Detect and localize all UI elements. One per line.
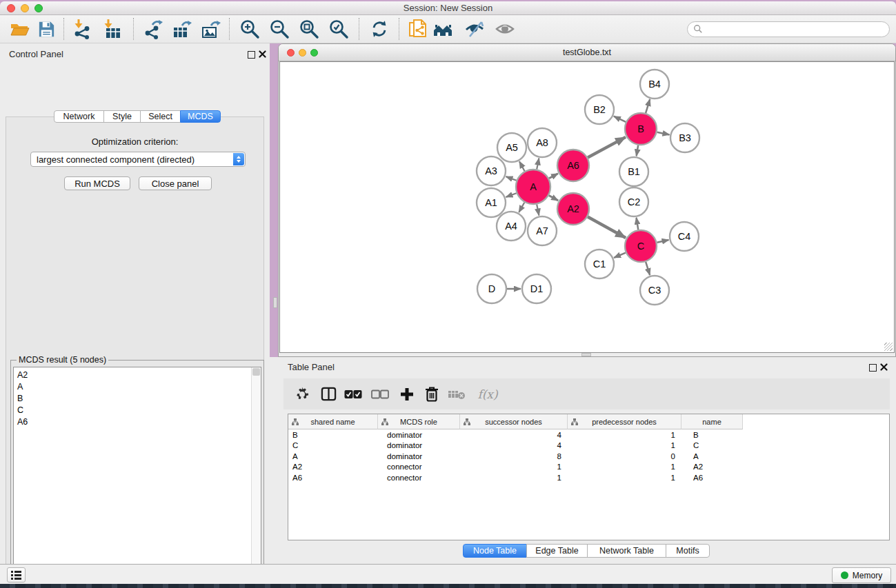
edge-A-A6[interactable] <box>549 174 558 179</box>
attribute-icon <box>381 418 388 425</box>
edge-A-A2[interactable] <box>549 196 558 201</box>
edge-A2-C[interactable] <box>588 217 626 238</box>
export-network-icon[interactable] <box>141 17 164 41</box>
resize-grip-icon[interactable] <box>884 343 893 351</box>
memory-label: Memory <box>853 571 882 580</box>
close-panel-icon[interactable] <box>259 50 266 58</box>
edge-B-B3[interactable] <box>657 132 670 135</box>
node-label: C <box>637 241 644 252</box>
export-image-icon[interactable] <box>199 17 222 41</box>
table-cell: A6 <box>681 474 743 482</box>
table-cell: dominator <box>378 441 460 449</box>
edge-A-A5[interactable] <box>519 161 525 171</box>
scrollbar-thumb[interactable] <box>252 368 260 376</box>
edge-C-C3[interactable] <box>646 262 650 275</box>
run-mcds-button[interactable]: Run MCDS <box>64 176 130 190</box>
table-row[interactable]: Cdominator41C <box>288 440 889 452</box>
settings-gear-icon[interactable] <box>290 383 314 406</box>
node-label: A <box>530 181 537 192</box>
first-neighbors-icon[interactable] <box>431 17 455 41</box>
dropdown-stepper-icon[interactable] <box>233 153 244 165</box>
tab-node-table[interactable]: Node Table <box>463 544 527 558</box>
hide-selected-icon[interactable] <box>463 17 486 41</box>
open-session-icon[interactable] <box>8 17 32 41</box>
edge-B-B1[interactable] <box>637 145 639 156</box>
node-label: A7 <box>536 225 548 236</box>
column-header-predecessor-nodes[interactable]: predecessor nodes <box>568 414 681 429</box>
close-table-panel-icon[interactable] <box>880 363 888 371</box>
new-network-from-selection-icon[interactable] <box>406 17 430 41</box>
table-row[interactable]: Adominator80A <box>288 451 889 462</box>
column-header-name[interactable]: name <box>681 414 743 429</box>
edge-C-C4[interactable] <box>657 240 668 243</box>
add-column-icon[interactable] <box>395 383 419 406</box>
edge-B-B4[interactable] <box>646 99 650 113</box>
edge-B-B2[interactable] <box>614 116 626 122</box>
toggle-column-panel-icon[interactable] <box>317 383 340 406</box>
delete-column-trash-icon[interactable] <box>420 383 444 406</box>
split-divider-handle[interactable] <box>273 297 277 308</box>
export-table-icon[interactable] <box>170 17 193 41</box>
float-table-panel-icon[interactable] <box>869 364 877 372</box>
zoom-out-icon[interactable] <box>268 17 291 41</box>
refresh-layout-icon[interactable] <box>368 17 391 41</box>
edge-A-A8[interactable] <box>537 159 539 170</box>
zoom-in-icon[interactable] <box>238 17 261 41</box>
delete-table-icon[interactable] <box>445 383 468 406</box>
task-history-button[interactable] <box>7 567 26 582</box>
tab-mcds[interactable]: MCDS <box>180 110 221 123</box>
list-item[interactable]: A6 <box>14 416 261 428</box>
memory-button[interactable]: Memory <box>832 567 891 583</box>
tab-style[interactable]: Style <box>103 110 141 123</box>
tab-edge-table[interactable]: Edge Table <box>526 544 588 558</box>
zoom-fit-icon[interactable] <box>297 17 321 41</box>
edge-A-A1[interactable] <box>506 193 517 197</box>
table-row[interactable]: Bdominator41B <box>288 429 889 440</box>
zoom-selected-icon[interactable] <box>327 17 350 41</box>
tab-motifs[interactable]: Motifs <box>666 544 710 558</box>
list-item[interactable]: A <box>14 381 261 393</box>
memory-status-icon <box>841 571 848 579</box>
mcds-result-list[interactable]: A2ABCA6 <box>13 367 261 588</box>
mcds-result-items: A2ABCA6 <box>14 367 261 428</box>
split-divider-handle[interactable] <box>581 353 591 356</box>
tab-network-table[interactable]: Network Table <box>587 544 666 558</box>
tab-select[interactable]: Select <box>140 110 181 123</box>
node-table[interactable]: shared name MCDS role successor nodes pr… <box>288 414 890 540</box>
column-header-successor-nodes[interactable]: successor nodes <box>460 414 568 429</box>
main-toolbar <box>0 15 896 43</box>
import-table-icon[interactable] <box>100 17 123 41</box>
tab-network[interactable]: Network <box>54 110 104 123</box>
edge-A-A3[interactable] <box>506 176 517 181</box>
save-session-icon[interactable] <box>34 17 58 41</box>
deselect-all-icon[interactable] <box>368 383 392 406</box>
edge-A-A7[interactable] <box>537 204 539 215</box>
list-item[interactable]: A2 <box>14 369 261 381</box>
result-list-scrollbar[interactable] <box>251 367 261 588</box>
attribute-icon <box>571 418 578 425</box>
float-panel-icon[interactable] <box>248 51 255 59</box>
column-header-mcds-role[interactable]: MCDS role <box>378 414 460 429</box>
node-label: A1 <box>485 197 497 208</box>
import-network-icon[interactable] <box>70 17 94 41</box>
search-input[interactable] <box>703 24 884 34</box>
network-canvas[interactable]: B4B2BB3A5A8A6A3B1AA1C2A2A4A7C4CC1DD1C3 <box>279 61 895 353</box>
network-window-titlebar[interactable]: testGlobe.txt <box>279 44 895 61</box>
edge-C-C2[interactable] <box>637 218 639 230</box>
window-title: Session: New Session <box>0 3 896 13</box>
list-item[interactable]: B <box>14 393 261 405</box>
criterion-dropdown[interactable]: largest connected component (directed) <box>30 152 246 167</box>
table-row[interactable]: A2connector11A2 <box>288 462 889 473</box>
table-row[interactable]: A6connector11A6 <box>288 472 889 483</box>
close-panel-button[interactable]: Close panel <box>139 176 212 190</box>
node-label: A5 <box>506 142 518 153</box>
search-field[interactable] <box>687 21 890 37</box>
edge-C-C1[interactable] <box>614 253 626 258</box>
select-all-icon[interactable] <box>341 383 365 406</box>
column-header-shared-name[interactable]: shared name <box>288 414 378 429</box>
edge-A6-B[interactable] <box>588 137 626 158</box>
show-hidden-eye-icon[interactable] <box>493 17 517 41</box>
list-item[interactable]: C <box>14 405 261 416</box>
edge-A-A4[interactable] <box>519 203 524 212</box>
function-builder-icon[interactable]: f(x) <box>472 383 503 406</box>
